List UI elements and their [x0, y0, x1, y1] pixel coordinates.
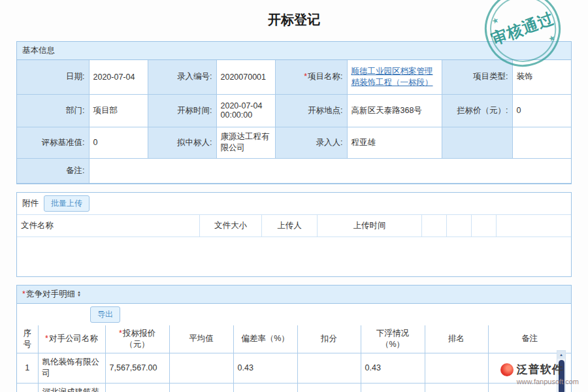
location-value: 高新区天泰路368号 — [347, 94, 442, 127]
recorder-value: 程亚雄 — [347, 127, 442, 158]
attachments-toolbar: 附件 批量上传 — [17, 193, 571, 214]
base-value-value: 0 — [89, 127, 148, 158]
ceiling-price-label: 拦标价（元）: — [442, 94, 512, 127]
competitors-header-row: 序号 *对手公司名称 *投标报价（元） 平均值 偏差率（%） 扣分 下浮情况（%… — [17, 325, 571, 353]
table-row: 1 凯伦装饰有限公司 7,567,567.00 0.43 0.43 — [17, 353, 571, 383]
required-marker: * — [119, 329, 122, 338]
cell-rank — [425, 353, 488, 383]
project-type-label: 项目类型: — [442, 60, 512, 94]
footer-brand: 泛普软件 www.fanpusoft.com — [500, 362, 579, 385]
cell-deduction — [297, 383, 361, 392]
competitors-title: 竞争对手明细 — [26, 289, 75, 300]
location-label: 开标地点: — [275, 94, 347, 127]
cell-float-down: 0.32 — [361, 383, 425, 392]
scroll-up-icon[interactable]: ▲ — [557, 351, 565, 359]
col-header-company-text: 对手公司名称 — [49, 334, 98, 343]
proposed-winner-value: 康源达工程有限公司 — [216, 127, 275, 158]
required-marker: * — [22, 289, 25, 299]
competitors-table: 序号 *对手公司名称 *投标报价（元） 平均值 偏差率（%） 扣分 下浮情况（%… — [17, 325, 571, 392]
open-time-label: 开标时间: — [148, 94, 216, 127]
col-header-bid-price-text: 投标报价（元） — [123, 329, 155, 349]
cell-deduction — [297, 353, 361, 383]
dept-value: 项目部 — [89, 94, 148, 127]
cell-rank — [425, 383, 488, 392]
project-type-value: 装饰 — [512, 60, 571, 94]
cell-average — [169, 383, 233, 392]
fanpusoft-logo-icon — [500, 363, 514, 376]
cell-average — [169, 353, 233, 383]
project-name-link[interactable]: 顺德工业园区档案管理精装饰工程（一标段） — [351, 67, 433, 87]
recorder-label: 录入人: — [275, 127, 347, 158]
col-header-uploader: 上传人 — [262, 215, 318, 237]
required-marker: * — [45, 334, 48, 343]
col-header-bid-price: *投标报价（元） — [105, 325, 169, 353]
entry-no-value: 2020070001 — [216, 60, 275, 94]
attachments-label: 附件 — [22, 198, 39, 209]
competitors-section: * 竞争对手明细 ▲ ▼ 导出 序号 *对手公司名称 *投标报价（元） 平均值 — [16, 285, 572, 392]
date-label: 日期: — [17, 60, 89, 94]
col-header-deduction: 扣分 — [297, 325, 361, 353]
brand-url: www.fanpusoft.com — [517, 378, 579, 385]
proposed-winner-label: 拟中标人: — [148, 127, 216, 158]
empty-value-cell — [512, 127, 571, 158]
col-header-file-name: 文件名称 — [17, 215, 200, 237]
attachments-header-row: 文件名称 文件大小 上传人 上传时间 — [17, 214, 571, 237]
col-header-average: 平均值 — [169, 325, 233, 353]
brand-row: 泛普软件 — [500, 362, 579, 377]
ceiling-price-value: 0 — [512, 94, 571, 127]
batch-upload-button[interactable]: 批量上传 — [44, 195, 90, 212]
col-header-serial: 序号 — [17, 325, 38, 353]
open-time-value: 2020-07-04 00:00:00 — [216, 94, 275, 127]
cell-deviation-rate: 0.43 — [233, 353, 297, 383]
cell-bid-price: 7,575,756.00 — [105, 383, 169, 392]
col-header-remark: 备注 — [488, 325, 571, 353]
cell-serial: 1 — [17, 353, 38, 383]
basic-info-table: 日期: 2020-07-04 录入编号: 2020070001 *项目名称: 顺… — [17, 60, 571, 184]
attachments-empty-column — [447, 215, 472, 237]
cell-float-down: 0.43 — [361, 353, 425, 383]
attachments-empty-column — [422, 215, 447, 237]
col-header-file-size: 文件大小 — [200, 215, 262, 237]
empty-label-cell — [442, 127, 512, 158]
base-value-label: 评标基准值: — [17, 127, 89, 158]
cell-company: 河北润成建筑装饰有限公司 — [38, 383, 105, 392]
col-header-deviation-rate: 偏差率（%） — [233, 325, 297, 353]
required-marker: * — [304, 72, 307, 81]
competitors-section-header: * 竞争对手明细 ▲ ▼ — [17, 286, 571, 304]
competitors-toolbar: 导出 — [17, 304, 571, 325]
sort-desc-icon: ▼ — [77, 294, 81, 297]
dept-label: 部门: — [17, 94, 89, 127]
entry-no-label: 录入编号: — [148, 60, 216, 94]
date-value: 2020-07-04 — [89, 60, 148, 94]
col-header-upload-time: 上传时间 — [318, 215, 422, 237]
brand-name: 泛普软件 — [517, 362, 564, 377]
attachments-section: 附件 批量上传 文件名称 文件大小 上传人 上传时间 — [16, 192, 572, 277]
cell-company: 凯伦装饰有限公司 — [38, 353, 105, 383]
attachments-empty-column — [497, 215, 571, 237]
cell-bid-price: 7,567,567.00 — [105, 353, 169, 383]
basic-info-title: 基本信息 — [22, 45, 55, 56]
remark-label: 备注: — [17, 158, 89, 183]
project-name-label-text: 项目名称: — [308, 72, 342, 81]
page: 开标登记 ★ 审核通过 ★ 基本信息 日期: 2020-07-04 录入编号: … — [0, 0, 588, 392]
cell-deviation-rate: 0.32 — [233, 383, 297, 392]
attachments-empty-body — [17, 237, 571, 276]
remark-value — [89, 158, 571, 183]
attachments-empty-column — [472, 215, 497, 237]
project-name-label: *项目名称: — [275, 60, 347, 94]
sort-icon[interactable]: ▲ ▼ — [77, 291, 81, 297]
col-header-rank: 排名 — [425, 325, 488, 353]
col-header-company: *对手公司名称 — [38, 325, 105, 353]
export-button[interactable]: 导出 — [90, 306, 120, 323]
cell-serial: 2 — [17, 383, 38, 392]
basic-info-section-header: 基本信息 — [17, 42, 571, 60]
col-header-float-down: 下浮情况（%） — [361, 325, 425, 353]
page-title: 开标登记 — [0, 0, 588, 37]
basic-info-section: 基本信息 日期: 2020-07-04 录入编号: 2020070001 *项目… — [16, 41, 572, 184]
project-name-value: 顺德工业园区档案管理精装饰工程（一标段） — [347, 60, 442, 94]
table-row: 2 河北润成建筑装饰有限公司 7,575,756.00 0.32 0.32 — [17, 383, 571, 392]
